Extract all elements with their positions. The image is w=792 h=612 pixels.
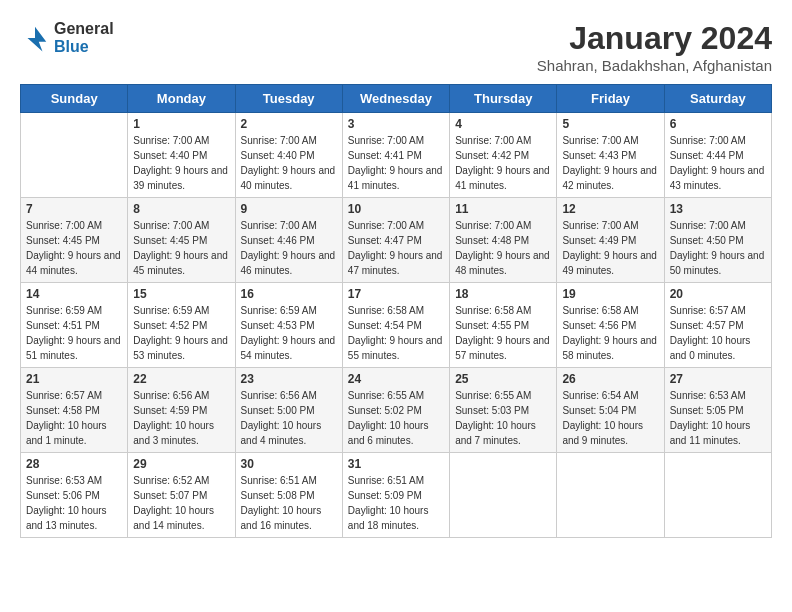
sunrise: Sunrise: 7:00 AM	[670, 135, 746, 146]
day-info: Sunrise: 6:54 AM Sunset: 5:04 PM Dayligh…	[562, 388, 658, 448]
table-row: 11 Sunrise: 7:00 AM Sunset: 4:48 PM Dayl…	[450, 198, 557, 283]
sunset: Sunset: 4:50 PM	[670, 235, 744, 246]
day-number: 9	[241, 202, 337, 216]
day-info: Sunrise: 7:00 AM Sunset: 4:45 PM Dayligh…	[133, 218, 229, 278]
sunset: Sunset: 4:41 PM	[348, 150, 422, 161]
day-number: 12	[562, 202, 658, 216]
sunset: Sunset: 4:44 PM	[670, 150, 744, 161]
daylight: Daylight: 10 hours and 16 minutes.	[241, 505, 322, 531]
daylight: Daylight: 9 hours and 39 minutes.	[133, 165, 228, 191]
header-monday: Monday	[128, 85, 235, 113]
sunset: Sunset: 4:40 PM	[133, 150, 207, 161]
sunset: Sunset: 4:47 PM	[348, 235, 422, 246]
page-header: General Blue January 2024 Shahran, Badak…	[20, 20, 772, 74]
sunrise: Sunrise: 6:57 AM	[26, 390, 102, 401]
table-row	[21, 113, 128, 198]
day-number: 8	[133, 202, 229, 216]
sunset: Sunset: 4:43 PM	[562, 150, 636, 161]
calendar-week-row: 1 Sunrise: 7:00 AM Sunset: 4:40 PM Dayli…	[21, 113, 772, 198]
sunrise: Sunrise: 6:58 AM	[348, 305, 424, 316]
daylight: Daylight: 9 hours and 41 minutes.	[455, 165, 550, 191]
day-info: Sunrise: 6:52 AM Sunset: 5:07 PM Dayligh…	[133, 473, 229, 533]
calendar-week-row: 7 Sunrise: 7:00 AM Sunset: 4:45 PM Dayli…	[21, 198, 772, 283]
daylight: Daylight: 9 hours and 41 minutes.	[348, 165, 443, 191]
day-info: Sunrise: 7:00 AM Sunset: 4:40 PM Dayligh…	[133, 133, 229, 193]
table-row: 3 Sunrise: 7:00 AM Sunset: 4:41 PM Dayli…	[342, 113, 449, 198]
sunset: Sunset: 4:57 PM	[670, 320, 744, 331]
table-row: 28 Sunrise: 6:53 AM Sunset: 5:06 PM Dayl…	[21, 453, 128, 538]
sunset: Sunset: 4:40 PM	[241, 150, 315, 161]
day-number: 20	[670, 287, 766, 301]
day-number: 3	[348, 117, 444, 131]
daylight: Daylight: 10 hours and 14 minutes.	[133, 505, 214, 531]
header-friday: Friday	[557, 85, 664, 113]
table-row: 6 Sunrise: 7:00 AM Sunset: 4:44 PM Dayli…	[664, 113, 771, 198]
day-info: Sunrise: 6:56 AM Sunset: 5:00 PM Dayligh…	[241, 388, 337, 448]
sunrise: Sunrise: 6:55 AM	[455, 390, 531, 401]
daylight: Daylight: 9 hours and 40 minutes.	[241, 165, 336, 191]
sunset: Sunset: 4:56 PM	[562, 320, 636, 331]
day-number: 25	[455, 372, 551, 386]
sunset: Sunset: 5:03 PM	[455, 405, 529, 416]
title-section: January 2024 Shahran, Badakhshan, Afghan…	[537, 20, 772, 74]
day-info: Sunrise: 7:00 AM Sunset: 4:41 PM Dayligh…	[348, 133, 444, 193]
day-number: 18	[455, 287, 551, 301]
daylight: Daylight: 10 hours and 7 minutes.	[455, 420, 536, 446]
table-row: 23 Sunrise: 6:56 AM Sunset: 5:00 PM Dayl…	[235, 368, 342, 453]
table-row: 30 Sunrise: 6:51 AM Sunset: 5:08 PM Dayl…	[235, 453, 342, 538]
sunset: Sunset: 5:04 PM	[562, 405, 636, 416]
header-thursday: Thursday	[450, 85, 557, 113]
daylight: Daylight: 9 hours and 44 minutes.	[26, 250, 121, 276]
calendar-week-row: 14 Sunrise: 6:59 AM Sunset: 4:51 PM Dayl…	[21, 283, 772, 368]
day-number: 27	[670, 372, 766, 386]
sunrise: Sunrise: 7:00 AM	[670, 220, 746, 231]
day-number: 30	[241, 457, 337, 471]
table-row: 17 Sunrise: 6:58 AM Sunset: 4:54 PM Dayl…	[342, 283, 449, 368]
day-info: Sunrise: 6:59 AM Sunset: 4:53 PM Dayligh…	[241, 303, 337, 363]
table-row: 1 Sunrise: 7:00 AM Sunset: 4:40 PM Dayli…	[128, 113, 235, 198]
sunrise: Sunrise: 7:00 AM	[562, 135, 638, 146]
day-info: Sunrise: 7:00 AM Sunset: 4:45 PM Dayligh…	[26, 218, 122, 278]
day-info: Sunrise: 6:59 AM Sunset: 4:52 PM Dayligh…	[133, 303, 229, 363]
daylight: Daylight: 9 hours and 46 minutes.	[241, 250, 336, 276]
table-row: 26 Sunrise: 6:54 AM Sunset: 5:04 PM Dayl…	[557, 368, 664, 453]
table-row: 9 Sunrise: 7:00 AM Sunset: 4:46 PM Dayli…	[235, 198, 342, 283]
day-number: 21	[26, 372, 122, 386]
sunrise: Sunrise: 6:53 AM	[670, 390, 746, 401]
daylight: Daylight: 9 hours and 54 minutes.	[241, 335, 336, 361]
sunrise: Sunrise: 6:59 AM	[26, 305, 102, 316]
day-number: 2	[241, 117, 337, 131]
day-info: Sunrise: 6:51 AM Sunset: 5:09 PM Dayligh…	[348, 473, 444, 533]
table-row: 31 Sunrise: 6:51 AM Sunset: 5:09 PM Dayl…	[342, 453, 449, 538]
daylight: Daylight: 9 hours and 57 minutes.	[455, 335, 550, 361]
header-saturday: Saturday	[664, 85, 771, 113]
logo-blue: Blue	[54, 38, 114, 56]
sunrise: Sunrise: 7:00 AM	[455, 135, 531, 146]
day-info: Sunrise: 7:00 AM Sunset: 4:44 PM Dayligh…	[670, 133, 766, 193]
daylight: Daylight: 9 hours and 49 minutes.	[562, 250, 657, 276]
sunrise: Sunrise: 7:00 AM	[455, 220, 531, 231]
table-row: 16 Sunrise: 6:59 AM Sunset: 4:53 PM Dayl…	[235, 283, 342, 368]
daylight: Daylight: 9 hours and 47 minutes.	[348, 250, 443, 276]
calendar-week-row: 21 Sunrise: 6:57 AM Sunset: 4:58 PM Dayl…	[21, 368, 772, 453]
sunrise: Sunrise: 6:58 AM	[562, 305, 638, 316]
day-number: 7	[26, 202, 122, 216]
table-row: 4 Sunrise: 7:00 AM Sunset: 4:42 PM Dayli…	[450, 113, 557, 198]
table-row: 27 Sunrise: 6:53 AM Sunset: 5:05 PM Dayl…	[664, 368, 771, 453]
day-number: 29	[133, 457, 229, 471]
daylight: Daylight: 10 hours and 4 minutes.	[241, 420, 322, 446]
logo: General Blue	[20, 20, 114, 55]
table-row: 8 Sunrise: 7:00 AM Sunset: 4:45 PM Dayli…	[128, 198, 235, 283]
sunset: Sunset: 5:02 PM	[348, 405, 422, 416]
table-row: 29 Sunrise: 6:52 AM Sunset: 5:07 PM Dayl…	[128, 453, 235, 538]
table-row: 5 Sunrise: 7:00 AM Sunset: 4:43 PM Dayli…	[557, 113, 664, 198]
day-info: Sunrise: 6:53 AM Sunset: 5:06 PM Dayligh…	[26, 473, 122, 533]
day-number: 24	[348, 372, 444, 386]
day-info: Sunrise: 6:59 AM Sunset: 4:51 PM Dayligh…	[26, 303, 122, 363]
sunrise: Sunrise: 7:00 AM	[562, 220, 638, 231]
day-number: 14	[26, 287, 122, 301]
sunrise: Sunrise: 6:51 AM	[241, 475, 317, 486]
day-info: Sunrise: 7:00 AM Sunset: 4:46 PM Dayligh…	[241, 218, 337, 278]
daylight: Daylight: 10 hours and 11 minutes.	[670, 420, 751, 446]
sunset: Sunset: 5:06 PM	[26, 490, 100, 501]
